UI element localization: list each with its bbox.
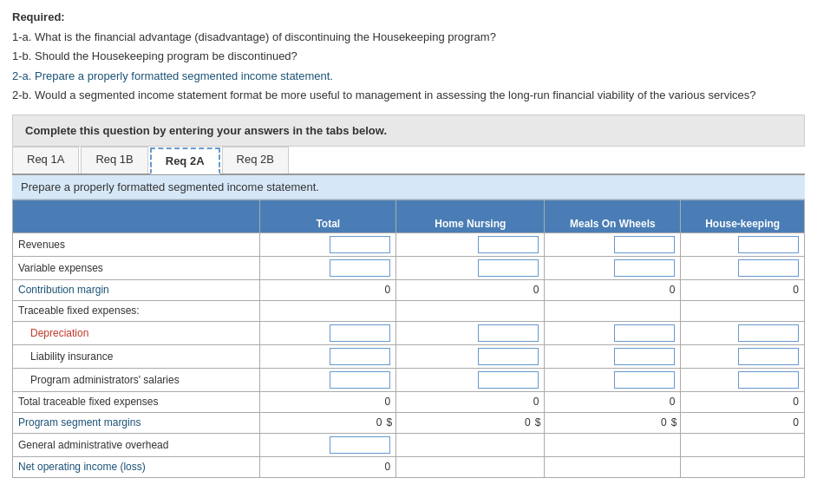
- cell-cm-total: 0: [260, 279, 396, 300]
- psm-meals-dollar: $: [671, 416, 677, 429]
- cell-cm-housekeeping: 0: [681, 279, 805, 300]
- cell-varexp-homenursing[interactable]: [396, 256, 545, 279]
- cell-psm-homenursing: 0 $: [396, 412, 545, 433]
- cell-traceable-meals: [545, 300, 681, 321]
- input-revenues-housekeeping[interactable]: [738, 236, 799, 253]
- cell-dep-total[interactable]: [260, 321, 396, 344]
- cell-ttfe-meals: 0: [545, 391, 681, 412]
- cell-gao-homenursing: [396, 433, 545, 456]
- cell-noi-homenursing: [396, 456, 545, 477]
- req-2b: 2-b. Would a segmented income statement …: [12, 87, 805, 104]
- cell-psm-meals: 0 $: [545, 412, 681, 433]
- input-gao-total[interactable]: [330, 436, 390, 454]
- cell-dep-meals[interactable]: [545, 321, 681, 344]
- header-home-nursing: Home Nursing: [396, 200, 545, 232]
- cell-gao-total[interactable]: [260, 433, 396, 456]
- cell-pas-housekeeping[interactable]: [681, 368, 805, 391]
- complete-box-text: Complete this question by entering your …: [25, 124, 387, 137]
- label-variable-expenses: Variable expenses: [13, 256, 260, 279]
- row-net-operating-income: Net operating income (loss) 0: [13, 456, 805, 477]
- cell-pas-total[interactable]: [260, 368, 396, 391]
- input-pas-meals[interactable]: [614, 371, 675, 389]
- req-1a: 1-a. What is the financial advantage (di…: [12, 29, 805, 46]
- cell-varexp-housekeeping[interactable]: [681, 256, 805, 279]
- psm-total-value: 0: [376, 416, 382, 429]
- cell-pas-meals[interactable]: [545, 368, 681, 391]
- header-label: [13, 200, 260, 232]
- row-variable-expenses: Variable expenses: [13, 256, 805, 279]
- row-revenues: Revenues: [13, 232, 805, 256]
- cell-pas-homenursing[interactable]: [396, 368, 545, 391]
- cell-revenues-meals[interactable]: [545, 232, 681, 256]
- cell-dep-housekeeping[interactable]: [681, 321, 805, 344]
- input-revenues-homenursing[interactable]: [478, 236, 539, 253]
- input-varexp-homenursing[interactable]: [478, 259, 539, 277]
- cell-revenues-homenursing[interactable]: [396, 232, 545, 256]
- label-traceable-header: Traceable fixed expenses:: [13, 300, 260, 321]
- cell-psm-total: 0 $: [260, 412, 396, 433]
- psm-meals-value: 0: [661, 416, 667, 429]
- input-li-total[interactable]: [330, 348, 390, 365]
- input-li-meals[interactable]: [614, 348, 675, 365]
- cell-li-total[interactable]: [260, 344, 396, 368]
- cell-traceable-total: [260, 300, 396, 321]
- required-label: Required:: [12, 10, 65, 23]
- cell-psm-housekeeping: 0: [681, 412, 805, 433]
- row-general-admin-overhead: General administrative overhead: [13, 433, 805, 456]
- input-li-housekeeping[interactable]: [738, 348, 799, 365]
- psm-hn-dollar: $: [535, 416, 541, 429]
- header-total: Total: [260, 200, 396, 232]
- input-varexp-housekeeping[interactable]: [738, 259, 799, 277]
- cell-varexp-total[interactable]: [260, 256, 396, 279]
- cell-revenues-total[interactable]: [260, 232, 396, 256]
- cell-traceable-homenursing: [396, 300, 545, 321]
- complete-box: Complete this question by entering your …: [12, 115, 805, 147]
- input-revenues-total[interactable]: [330, 236, 390, 253]
- cell-ttfe-total: 0: [260, 391, 396, 412]
- cell-noi-total: 0: [260, 456, 396, 477]
- input-dep-total[interactable]: [330, 324, 390, 342]
- input-li-homenursing[interactable]: [478, 348, 539, 365]
- label-prog-admin-salaries: Program administrators' salaries: [13, 368, 260, 391]
- cell-varexp-meals[interactable]: [545, 256, 681, 279]
- input-varexp-total[interactable]: [330, 259, 390, 277]
- tab-req2a[interactable]: Req 2A: [150, 147, 220, 174]
- row-program-segment-margins: Program segment margins 0 $ 0 $ 0: [13, 412, 805, 433]
- cell-li-meals[interactable]: [545, 344, 681, 368]
- row-liability-insurance: Liability insurance: [13, 344, 805, 368]
- label-net-operating-income: Net operating income (loss): [13, 456, 260, 477]
- input-pas-total[interactable]: [330, 371, 390, 389]
- label-contribution-margin: Contribution margin: [13, 279, 260, 300]
- cell-ttfe-homenursing: 0: [396, 391, 545, 412]
- input-dep-meals[interactable]: [614, 324, 675, 342]
- tab-req1a[interactable]: Req 1A: [12, 147, 79, 173]
- cell-cm-meals: 0: [545, 279, 681, 300]
- tab-req2b[interactable]: Req 2B: [222, 147, 289, 173]
- req-1b: 1-b. Should the Housekeeping program be …: [12, 48, 805, 65]
- cell-gao-housekeeping: [681, 433, 805, 456]
- tab-req1b[interactable]: Req 1B: [81, 147, 147, 173]
- req-2a: 2-a. Prepare a properly formatted segmen…: [12, 68, 805, 85]
- row-prog-admin-salaries: Program administrators' salaries: [13, 368, 805, 391]
- psm-total-dollar: $: [387, 416, 393, 429]
- input-dep-homenursing[interactable]: [478, 324, 539, 342]
- input-revenues-meals[interactable]: [614, 236, 675, 253]
- cell-traceable-housekeeping: [681, 300, 805, 321]
- cell-li-housekeeping[interactable]: [681, 344, 805, 368]
- label-program-segment-margins: Program segment margins: [13, 412, 260, 433]
- psm-hk-value: 0: [793, 416, 799, 429]
- cell-li-homenursing[interactable]: [396, 344, 545, 368]
- row-depreciation: Depreciation: [13, 321, 805, 344]
- row-contribution-margin: Contribution margin 0 0 0 0: [13, 279, 805, 300]
- input-varexp-meals[interactable]: [614, 259, 675, 277]
- label-revenues: Revenues: [13, 232, 260, 256]
- input-dep-housekeeping[interactable]: [738, 324, 799, 342]
- label-general-admin-overhead: General administrative overhead: [13, 433, 260, 456]
- cell-ttfe-housekeeping: 0: [681, 391, 805, 412]
- cell-revenues-housekeeping[interactable]: [681, 232, 805, 256]
- input-pas-housekeeping[interactable]: [738, 371, 799, 389]
- required-section: Required: 1-a. What is the financial adv…: [12, 9, 805, 104]
- label-depreciation: Depreciation: [13, 321, 260, 344]
- input-pas-homenursing[interactable]: [478, 371, 539, 389]
- cell-dep-homenursing[interactable]: [396, 321, 545, 344]
